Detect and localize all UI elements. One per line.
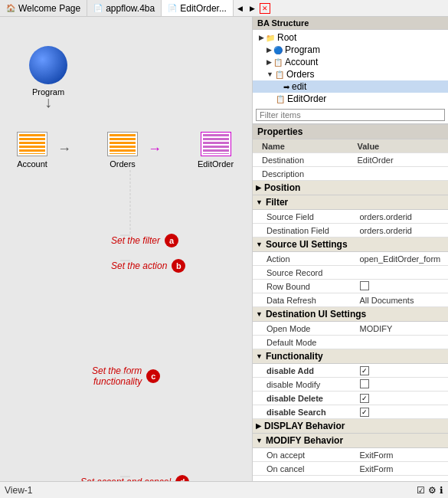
tab-nav-left[interactable]: ◀	[235, 3, 246, 14]
tree-item-program[interactable]: ▶ 🔵 Program	[253, 44, 448, 56]
tab-editorder[interactable]: 📄 EditOrder...	[162, 0, 234, 16]
checkbox-disable-add[interactable]	[360, 366, 369, 375]
filter-bar	[253, 106, 448, 124]
prop-value-disable-search	[357, 406, 449, 418]
callout-action: Set the action b	[111, 259, 185, 273]
prop-name-source-record: Source Record	[253, 267, 357, 278]
callout-filter: Set the filter a	[111, 234, 178, 247]
section-functionality[interactable]: ▼ Functionality	[253, 349, 448, 364]
prop-value-disable-delete	[357, 392, 449, 404]
tree-arrow-orders: ▼	[267, 70, 273, 78]
callout-accept-cancel-label: Set accept and cancel	[80, 477, 171, 481]
prop-row-row-bound: Row Bound	[253, 280, 448, 293]
callout-functionality: Set the formfunctionality c	[92, 365, 160, 387]
tree-icon-root: 📁	[266, 34, 275, 42]
callout-filter-label: Set the filter	[111, 235, 160, 246]
callout-accept-cancel: Set accept and cancel d	[80, 475, 189, 481]
section-position-arrow: ▶	[256, 184, 261, 192]
tree-icon-edit: ➡	[283, 83, 289, 91]
section-filter[interactable]: ▼ Filter	[253, 195, 448, 210]
tree-item-account[interactable]: ▶ 📋 Account	[253, 56, 448, 68]
callout-functionality-badge: c	[146, 369, 160, 383]
prop-row-destination: Destination EditOrder	[253, 153, 448, 167]
properties-panel: Properties Name Value Destination EditOr…	[253, 125, 448, 481]
prop-row-disable-search: disable Search	[253, 405, 448, 419]
section-source-ui-label: Source UI Settings	[266, 239, 348, 250]
prop-value-row-bound	[357, 280, 449, 293]
checkbox-disable-delete[interactable]	[360, 394, 369, 403]
prop-name-description: Description	[253, 169, 355, 179]
section-source-ui[interactable]: ▼ Source UI Settings	[253, 238, 448, 252]
section-dest-ui-label: Destination UI Settings	[266, 309, 366, 319]
callout-accept-cancel-badge: d	[175, 475, 189, 481]
checkbox-disable-search[interactable]	[360, 408, 369, 417]
section-display-behavior[interactable]: ▶ DISPLAY Behavior	[253, 419, 448, 434]
tree-icon-editorder: 📋	[276, 95, 285, 103]
prop-row-action: Action open_EditOrder_form	[253, 252, 448, 266]
tree-item-orders[interactable]: ▼ 📋 Orders	[253, 68, 448, 80]
properties-header: Properties	[253, 125, 448, 139]
section-functionality-label: Functionality	[266, 351, 323, 362]
prop-value-on-accept: ExitForm	[357, 450, 449, 460]
node-editorder[interactable]: EditOrder	[198, 132, 234, 169]
tab-appflow-icon: 📄	[93, 4, 103, 12]
prop-value-open-mode: MODIFY	[357, 323, 449, 334]
status-icon-check[interactable]: ☑	[417, 485, 425, 496]
account-label: Account	[17, 159, 47, 169]
prop-row-on-cancel: On cancel ExitForm	[253, 462, 448, 476]
prop-value-disable-add	[357, 365, 449, 376]
prop-value-on-cancel: ExitForm	[357, 464, 449, 474]
checkbox-row-bound[interactable]	[360, 281, 369, 290]
tab-close-btn[interactable]: ✕	[260, 3, 270, 14]
section-position-label: Position	[264, 182, 300, 193]
section-dest-ui[interactable]: ▼ Destination UI Settings	[253, 307, 448, 322]
callout-action-badge: b	[172, 259, 185, 273]
tree-item-edit[interactable]: ➡ edit	[253, 80, 448, 93]
account-form-icon	[17, 132, 47, 156]
section-modify-behavior[interactable]: ▼ MODIFY Behavior	[253, 434, 448, 448]
ba-structure-title: BA Structure	[253, 17, 448, 30]
prop-row-dest-field: Destination Field orders.orderid	[253, 224, 448, 238]
status-icon-settings[interactable]: ⚙	[428, 485, 437, 496]
node-orders[interactable]: Orders	[107, 132, 138, 169]
prop-value-source-record	[357, 272, 449, 274]
tree-item-editorder[interactable]: 📋 EditOrder	[253, 93, 448, 105]
prop-value-action: open_EditOrder_form	[357, 254, 449, 264]
prop-row-data-refresh: Data Refresh All Documents	[253, 293, 448, 307]
tab-editorder-icon: 📄	[168, 4, 177, 12]
tree-arrow-program: ▶	[267, 46, 272, 54]
callout-action-label: Set the action	[111, 260, 167, 271]
tab-welcome[interactable]: 🏠 Welcome Page	[0, 0, 87, 16]
tree-item-root[interactable]: ▶ 📁 Root	[253, 31, 448, 44]
node-account[interactable]: Account	[17, 132, 47, 169]
prop-row-disable-add: disable Add	[253, 364, 448, 378]
arrow-down-1: ↓	[44, 93, 52, 111]
status-right: ☑ ⚙ ℹ	[417, 485, 443, 496]
prop-row-disable-delete: disable Delete	[253, 392, 448, 405]
prop-name-data-refresh: Data Refresh	[253, 295, 357, 306]
section-modify-label: MODIFY Behavior	[266, 435, 343, 446]
checkbox-disable-modify[interactable]	[360, 379, 369, 388]
editorder-form-icon	[201, 132, 231, 156]
section-dest-ui-arrow: ▼	[256, 310, 263, 318]
prop-value-data-refresh: All Documents	[357, 295, 449, 306]
tab-appflow[interactable]: 📄 appflow.4ba	[87, 0, 162, 16]
tree-label-program: Program	[285, 44, 320, 55]
prop-name-disable-modify: disable Modify	[253, 379, 357, 390]
tab-nav-right[interactable]: ▶	[247, 3, 258, 14]
section-position[interactable]: ▶ Position	[253, 181, 448, 195]
callout-functionality-label: Set the formfunctionality	[92, 365, 142, 387]
tab-welcome-icon: 🏠	[6, 4, 15, 12]
section-display-arrow: ▶	[256, 422, 261, 430]
prop-row-source-field: Source Field orders.orderid	[253, 210, 448, 224]
prop-name-disable-delete: disable Delete	[253, 393, 357, 404]
prop-name-on-accept: On accept	[253, 450, 357, 460]
section-filter-label: Filter	[266, 197, 288, 208]
status-icon-info[interactable]: ℹ	[440, 485, 443, 496]
node-program[interactable]: Program	[29, 46, 67, 97]
prop-value-default-mode	[357, 342, 449, 343]
status-left: View-1	[5, 485, 32, 496]
tab-editorder-label: EditOrder...	[180, 3, 227, 14]
filter-input[interactable]	[256, 109, 445, 121]
prop-row-description: Description	[253, 167, 448, 181]
